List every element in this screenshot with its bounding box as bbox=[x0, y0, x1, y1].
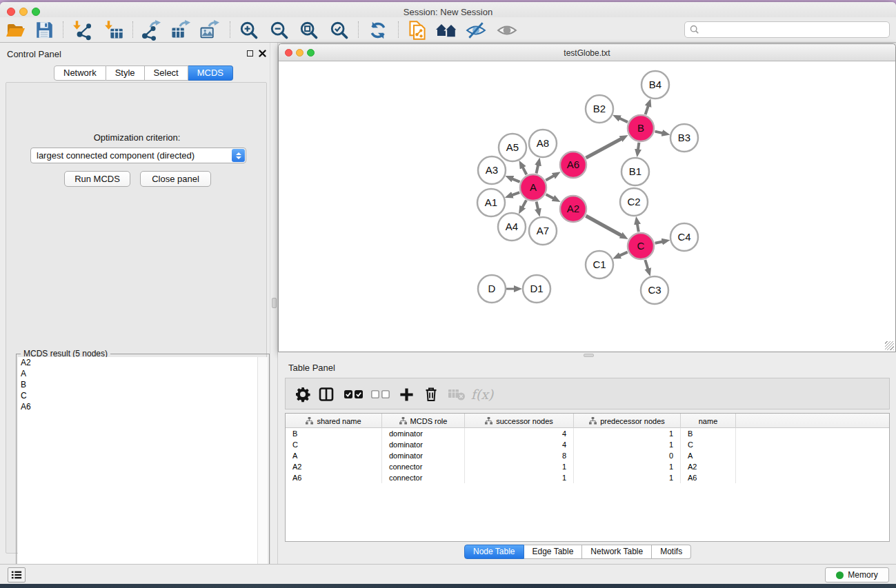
graph-node-C[interactable]: C bbox=[628, 233, 654, 259]
graph-node-A7[interactable]: A7 bbox=[529, 217, 557, 245]
tab-mcds[interactable]: MCDS bbox=[188, 65, 233, 81]
graph-node-A4[interactable]: A4 bbox=[498, 213, 526, 241]
horizontal-splitter-handle[interactable] bbox=[584, 354, 594, 357]
search-field[interactable] bbox=[684, 21, 890, 38]
graph-node-D1[interactable]: D1 bbox=[523, 275, 550, 303]
graph-node-C4[interactable]: C4 bbox=[670, 223, 698, 251]
zoom-selected-icon[interactable] bbox=[328, 19, 351, 41]
graph-edge-C-C3[interactable] bbox=[645, 260, 648, 270]
graph-edge-A-A4[interactable] bbox=[522, 200, 526, 207]
memory-button[interactable]: Memory bbox=[825, 567, 889, 582]
graph-edge-B-B3[interactable] bbox=[655, 132, 663, 134]
tab-select[interactable]: Select bbox=[145, 65, 188, 81]
zoom-fit-icon[interactable] bbox=[297, 19, 321, 41]
graph-node-B3[interactable]: B3 bbox=[670, 124, 698, 152]
refresh-icon[interactable] bbox=[366, 19, 390, 41]
table-row[interactable]: Cdominator41C bbox=[286, 439, 889, 450]
float-panel-icon[interactable] bbox=[247, 50, 253, 57]
graph-edge-C-C2[interactable] bbox=[637, 224, 639, 232]
graph-node-C3[interactable]: C3 bbox=[641, 276, 668, 304]
add-column-icon[interactable] bbox=[395, 383, 418, 406]
task-history-button[interactable] bbox=[8, 567, 26, 582]
close-panel-icon[interactable] bbox=[259, 50, 266, 57]
vertical-splitter[interactable] bbox=[270, 43, 278, 564]
graph-edge-A6-B[interactable] bbox=[586, 139, 621, 158]
graph-node-C1[interactable]: C1 bbox=[586, 251, 613, 278]
table-row[interactable]: Adominator80A bbox=[286, 450, 889, 461]
home-icon[interactable] bbox=[435, 19, 458, 41]
close-panel-button[interactable]: Close panel bbox=[140, 171, 211, 187]
show-panel-eye-icon[interactable] bbox=[495, 19, 519, 41]
open-session-icon[interactable] bbox=[3, 19, 27, 41]
save-session-icon[interactable] bbox=[32, 19, 56, 41]
tab-style[interactable]: Style bbox=[106, 65, 145, 81]
search-input[interactable] bbox=[703, 25, 889, 34]
graph-edge-A-A7[interactable] bbox=[537, 202, 539, 210]
graph-edge-A-A8[interactable] bbox=[537, 165, 539, 173]
graph-node-A8[interactable]: A8 bbox=[529, 130, 557, 157]
criterion-dropdown[interactable]: largest connected component (directed) bbox=[30, 148, 246, 163]
column-header-MCDS-role[interactable]: MCDS role bbox=[382, 414, 465, 428]
tab-node-table[interactable]: Node Table bbox=[464, 545, 524, 559]
mcds-result-item[interactable]: A2 bbox=[18, 357, 257, 368]
import-table-icon[interactable] bbox=[102, 19, 126, 41]
mcds-result-item[interactable]: B bbox=[18, 379, 257, 390]
import-network-icon[interactable] bbox=[70, 19, 94, 41]
mcds-result-list[interactable]: A2ABCA6 bbox=[18, 357, 257, 588]
mcds-result-item[interactable]: A6 bbox=[18, 401, 257, 412]
graph-node-A3[interactable]: A3 bbox=[478, 156, 506, 184]
graph-edge-A-A5[interactable] bbox=[523, 167, 527, 174]
graph-node-B2[interactable]: B2 bbox=[586, 95, 613, 123]
graph-edge-A-A3[interactable] bbox=[512, 179, 520, 182]
select-all-checked-icon[interactable] bbox=[341, 383, 365, 406]
clone-network-icon[interactable] bbox=[406, 19, 429, 41]
column-header-predecessor-nodes[interactable]: predecessor nodes bbox=[574, 414, 681, 428]
column-header-shared-name[interactable]: shared name bbox=[286, 414, 382, 428]
horizontal-splitter[interactable] bbox=[278, 352, 896, 358]
graph-node-D[interactable]: D bbox=[478, 275, 506, 303]
table-row[interactable]: A2connector11A2 bbox=[286, 461, 889, 472]
graph-node-A1[interactable]: A1 bbox=[477, 189, 505, 216]
zoom-in-icon[interactable] bbox=[237, 19, 261, 41]
hide-panel-eye-icon[interactable] bbox=[464, 19, 488, 41]
deselect-all-icon[interactable] bbox=[368, 383, 392, 406]
export-network-icon[interactable] bbox=[139, 19, 162, 41]
graph-node-B1[interactable]: B1 bbox=[621, 158, 649, 185]
tab-network[interactable]: Network bbox=[54, 65, 106, 81]
mcds-result-item[interactable]: C bbox=[18, 390, 257, 401]
graph-edge-C-C1[interactable] bbox=[619, 252, 628, 256]
vertical-splitter-handle[interactable] bbox=[272, 298, 277, 308]
run-mcds-button[interactable]: Run MCDS bbox=[64, 171, 130, 187]
network-graph[interactable]: B4B2BB3A8A5A6B1A3AC2A1A2A4A7C4CC1C3DD1 bbox=[279, 62, 895, 352]
mcds-result-item[interactable]: A bbox=[18, 368, 257, 379]
network-window-titlebar[interactable]: testGlobe.txt bbox=[279, 44, 895, 61]
table-row[interactable]: Bdominator41B bbox=[286, 428, 889, 439]
graph-edge-B-B1[interactable] bbox=[638, 143, 639, 150]
settings-gear-icon[interactable] bbox=[291, 383, 315, 406]
graph-node-A[interactable]: A bbox=[520, 174, 546, 201]
column-header-name[interactable]: name bbox=[681, 414, 736, 428]
graph-node-C2[interactable]: C2 bbox=[620, 188, 648, 216]
graph-edge-A-A2[interactable] bbox=[546, 194, 554, 199]
delete-table-icon[interactable] bbox=[445, 383, 468, 406]
window-resize-grip[interactable] bbox=[885, 341, 894, 350]
graph-edge-B-B4[interactable] bbox=[646, 105, 648, 114]
graph-edge-A2-C[interactable] bbox=[586, 216, 621, 236]
delete-column-trash-icon[interactable] bbox=[419, 383, 443, 406]
tab-network-table[interactable]: Network Table bbox=[582, 545, 652, 559]
graph-node-B[interactable]: B bbox=[628, 115, 654, 141]
columns-icon[interactable] bbox=[315, 383, 338, 406]
function-builder-icon[interactable]: f(x) bbox=[470, 383, 494, 406]
graph-edge-A-A6[interactable] bbox=[546, 176, 554, 181]
graph-node-A6[interactable]: A6 bbox=[560, 152, 586, 178]
column-header-successor-nodes[interactable]: successor nodes bbox=[465, 414, 574, 428]
table-row[interactable]: A6connector11A6 bbox=[286, 472, 889, 483]
graph-node-A2[interactable]: A2 bbox=[560, 196, 586, 222]
zoom-out-icon[interactable] bbox=[268, 19, 291, 41]
graph-node-A5[interactable]: A5 bbox=[499, 134, 526, 161]
tab-motifs[interactable]: Motifs bbox=[652, 545, 691, 559]
export-image-icon[interactable] bbox=[197, 19, 221, 41]
graph-edge-B-B2[interactable] bbox=[619, 119, 628, 123]
graph-edge-A-A1[interactable] bbox=[512, 192, 519, 195]
export-table-icon[interactable] bbox=[168, 19, 192, 41]
